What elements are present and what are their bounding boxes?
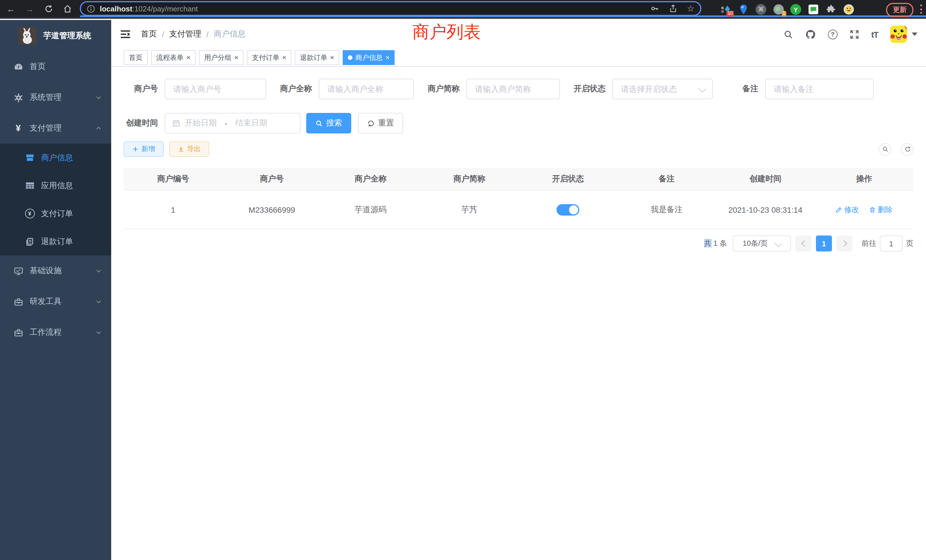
dashboard-icon: [11, 62, 25, 71]
plus-icon: [132, 146, 139, 152]
tab-process-form[interactable]: 流程表单×: [151, 50, 195, 65]
extension-profile-icon[interactable]: 1: [773, 4, 784, 15]
back-icon[interactable]: ←: [5, 3, 17, 15]
breadcrumb: 首页 / 支付管理 / 商户信息: [141, 29, 246, 39]
active-dot: [348, 55, 353, 60]
sidebar-logo[interactable]: 芋道管理系统: [0, 20, 111, 51]
merchant-no-input[interactable]: [165, 79, 266, 99]
extension-gem-icon[interactable]: 10: [720, 4, 732, 15]
date-range-input[interactable]: 开始日期 - 结束日期: [165, 113, 301, 133]
extension-pin-icon[interactable]: [738, 4, 749, 15]
chevron-up-icon: [95, 125, 102, 132]
breadcrumb-separator: /: [162, 30, 164, 39]
sidebar-item-label: 基础设施: [30, 266, 62, 276]
search-button[interactable]: 搜索: [306, 113, 351, 133]
short-name-input[interactable]: [466, 79, 560, 99]
toolbox-icon: [11, 297, 25, 307]
field-label: 创建时间: [124, 118, 158, 128]
status-toggle[interactable]: [557, 204, 580, 215]
close-icon[interactable]: ×: [330, 54, 334, 61]
bookmark-star-icon[interactable]: ☆: [687, 3, 694, 14]
status-select[interactable]: [613, 79, 713, 99]
forward-icon[interactable]: →: [24, 3, 35, 15]
extension-y-icon[interactable]: Y: [790, 4, 801, 15]
sidebar-item-refund-order[interactable]: 退款订单: [0, 227, 111, 256]
reload-icon[interactable]: [43, 3, 54, 15]
url-text[interactable]: localhost:1024/pay/merchant: [100, 4, 198, 13]
fullscreen-icon[interactable]: [850, 29, 859, 39]
search-icon[interactable]: [784, 29, 793, 39]
sidebar-item-workflow[interactable]: 工作流程: [0, 317, 111, 348]
top-navbar: 首页 / 支付管理 / 商户信息 ?: [111, 20, 926, 48]
tab-home[interactable]: 首页: [124, 50, 148, 65]
sidebar-item-infrastructure[interactable]: 基础设施: [0, 256, 111, 286]
browser-update-button[interactable]: 更新: [886, 3, 914, 17]
sidebar-item-home[interactable]: 首页: [0, 51, 111, 82]
cell-merchant-id: 1: [124, 190, 222, 229]
field-label: 商户号: [124, 84, 158, 94]
extension-command-icon[interactable]: ⌘: [755, 4, 766, 15]
tab-pay-order[interactable]: 支付订单×: [247, 50, 291, 65]
col-remark: 备注: [617, 168, 716, 190]
sidebar-item-app-info[interactable]: 应用信息: [0, 172, 111, 200]
extension-chat-icon[interactable]: [807, 4, 819, 15]
sidebar-item-label: 首页: [30, 62, 45, 72]
password-key-icon[interactable]: [650, 4, 659, 13]
sidebar-item-dev-tools[interactable]: 研发工具: [0, 286, 111, 317]
page-1-button[interactable]: 1: [816, 236, 832, 251]
end-date-placeholder: 结束日期: [235, 118, 267, 128]
tab-merchant-info[interactable]: 商户信息×: [343, 50, 395, 65]
sidebar-item-label: 商户信息: [41, 153, 73, 163]
breadcrumb-current: 商户信息: [214, 29, 246, 39]
breadcrumb-home[interactable]: 首页: [141, 29, 157, 39]
browser-avatar-emoji[interactable]: [843, 4, 854, 15]
filter-remark: 备注: [724, 79, 873, 99]
sidebar-item-system[interactable]: 系统管理: [0, 82, 111, 113]
app-shell: 芋道管理系统 首页 系统管理 ¥ 支付管理: [0, 20, 926, 560]
url-bar[interactable]: localhost:1024/pay/merchant ☆: [80, 1, 701, 16]
site-info-icon[interactable]: [87, 4, 95, 13]
sidebar-toggle-icon[interactable]: [120, 29, 131, 40]
share-icon[interactable]: [669, 4, 677, 13]
sidebar-item-pay-order[interactable]: ¥ 支付订单: [0, 200, 111, 227]
cell-full-name: 芋道源码: [321, 190, 420, 229]
remark-input[interactable]: [765, 79, 873, 99]
browser-menu-icon[interactable]: [920, 5, 923, 14]
sidebar-item-label: 研发工具: [30, 297, 62, 307]
tab-user-group[interactable]: 用户分组×: [199, 50, 244, 65]
close-icon[interactable]: ×: [386, 54, 389, 61]
home-icon[interactable]: [62, 3, 73, 15]
prev-page-button[interactable]: [796, 236, 811, 251]
full-name-input[interactable]: [319, 79, 414, 99]
sidebar-item-pay[interactable]: ¥ 支付管理: [0, 113, 111, 144]
font-size-icon[interactable]: tT: [871, 29, 878, 39]
annotation-merchant-list: 商户列表: [412, 21, 481, 44]
col-actions: 操作: [815, 168, 914, 190]
col-status: 开启状态: [519, 168, 617, 190]
github-icon[interactable]: [805, 29, 816, 39]
delete-link[interactable]: 删除: [869, 204, 893, 215]
next-page-button[interactable]: [837, 236, 852, 251]
shop-icon: [23, 153, 36, 162]
refresh-button[interactable]: [901, 143, 914, 155]
avatar[interactable]: [890, 26, 907, 43]
tab-refund-order[interactable]: 退款订单×: [295, 50, 339, 65]
help-icon[interactable]: ?: [828, 29, 838, 39]
add-button[interactable]: 新增: [124, 141, 163, 157]
export-button[interactable]: 导出: [169, 141, 209, 157]
briefcase-icon: [11, 328, 25, 337]
close-icon[interactable]: ×: [282, 54, 286, 61]
page-size-select[interactable]: 10条/页: [733, 236, 791, 251]
edit-link[interactable]: 修改: [836, 204, 859, 215]
toggle-search-button[interactable]: [879, 143, 891, 155]
sidebar-item-merchant-info[interactable]: 商户信息: [0, 144, 111, 172]
user-avatar-box[interactable]: [890, 26, 917, 43]
breadcrumb-pay[interactable]: 支付管理: [169, 29, 201, 39]
close-icon[interactable]: ×: [186, 54, 191, 61]
goto-page-input[interactable]: [880, 236, 903, 251]
extensions-puzzle-icon[interactable]: [825, 4, 837, 15]
reset-button[interactable]: 重置: [358, 113, 403, 133]
close-icon[interactable]: ×: [235, 54, 238, 61]
cell-create-time: 2021-10-23 08:31:14: [716, 190, 815, 229]
chevron-down-icon: [95, 329, 102, 336]
